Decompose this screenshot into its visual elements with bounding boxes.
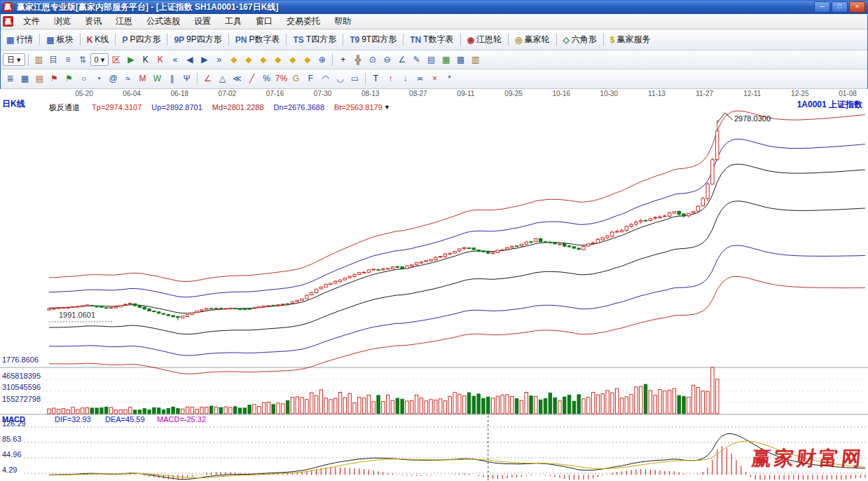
last-bar-icon[interactable]: » [212, 53, 226, 67]
kline-button[interactable]: KK线 [83, 32, 113, 47]
gann-nav-up-icon[interactable]: ◆ [256, 53, 270, 67]
low-price-marker: 1991.0601 [59, 311, 95, 319]
sort-icon[interactable]: ⇅ [76, 53, 90, 67]
macd-dea-value: DEA=45.59 [105, 415, 145, 424]
hexagon-button[interactable]: ◇六角形 [560, 32, 600, 47]
gann-nav-right-icon[interactable]: ◆ [241, 53, 256, 67]
text-tool-icon[interactable]: T [368, 72, 383, 86]
menu-item-6[interactable]: 设置 [187, 14, 218, 29]
price-grid-icon[interactable]: ▤ [32, 72, 47, 86]
svg-text:11-27: 11-27 [696, 90, 713, 97]
gann-nav-shrink-icon[interactable]: ◆ [300, 53, 315, 67]
chart-window-2-icon[interactable]: ▦ [439, 53, 453, 67]
layers-icon[interactable]: ≣ [3, 72, 18, 86]
pitchfork-icon[interactable]: Ψ [179, 72, 194, 86]
flag-icon[interactable]: ⚑ [47, 72, 62, 86]
tool-settings-icon[interactable]: * [442, 72, 457, 86]
p-square-button[interactable]: PP四方形 [118, 32, 164, 47]
fib-time-icon[interactable]: F [303, 72, 318, 86]
region-icon[interactable]: 区 [109, 53, 123, 67]
menu-item-3[interactable]: 资讯 [78, 14, 109, 29]
winner-service-button[interactable]: $赢家服务 [607, 32, 654, 47]
sectors-button[interactable]: ▩板块 [43, 32, 76, 47]
edit-icon[interactable]: ✎ [409, 53, 424, 67]
close-button[interactable]: × [849, 1, 865, 13]
arrow-up-icon[interactable]: ↑ [383, 72, 398, 86]
9t-square-button[interactable]: T99T四方形 [346, 32, 400, 47]
svg-text:05-20: 05-20 [75, 90, 93, 97]
m-pattern-icon[interactable]: M [135, 72, 150, 86]
chart-area[interactable]: 05-2006-0406-1807-0207-1607-3008-1308-27… [0, 89, 868, 481]
kline-style-black-icon[interactable]: K [138, 53, 153, 67]
gann-angle-icon[interactable]: △ [215, 72, 230, 86]
prev-bar-icon[interactable]: ◀ [182, 53, 197, 67]
next-bar-icon[interactable]: ▶ [197, 53, 212, 67]
box-tool-icon[interactable]: ▭ [347, 72, 362, 86]
maximize-button[interactable]: □ [832, 1, 848, 13]
menu-item-8[interactable]: 窗口 [249, 14, 280, 29]
first-bar-icon[interactable]: « [167, 53, 182, 67]
semicircle-icon[interactable]: ◡ [333, 72, 347, 86]
angle-icon[interactable]: ∠ [200, 72, 215, 86]
cycle-tool-icon[interactable]: ◔ [91, 72, 106, 86]
menu-item-9[interactable]: 交易委托 [280, 14, 327, 29]
play-icon[interactable]: ▶ [123, 53, 138, 67]
feature-label: 赢家轮 [525, 34, 550, 46]
channel-icon[interactable]: ∥ [165, 72, 179, 86]
fan-lines-icon[interactable]: ≪ [230, 72, 244, 86]
target-icon[interactable]: ⊕ [315, 53, 329, 67]
gann-nav-down-icon[interactable]: ◆ [270, 53, 285, 67]
zoom-out-icon[interactable]: ⊖ [380, 53, 394, 67]
gann-nav-left-icon[interactable]: ◆ [226, 53, 241, 67]
kline-style-red-icon[interactable]: K [153, 53, 167, 67]
t-number-table-button[interactable]: TNT数字表 [406, 32, 457, 47]
delete-tool-icon[interactable]: × [427, 72, 442, 86]
grid-icon[interactable]: ▦ [18, 72, 32, 86]
menu-item-1[interactable]: 文件 [16, 14, 47, 29]
chart-window-1-icon[interactable]: ▤ [424, 53, 439, 67]
move-hand-icon[interactable]: ╬ [350, 53, 365, 67]
menu-item-2[interactable]: 浏览 [47, 14, 78, 29]
measure-icon[interactable]: ∠ [394, 53, 409, 67]
quotes-button[interactable]: ▦行情 [3, 32, 36, 47]
menu-item-7[interactable]: 工具 [218, 14, 249, 29]
zoom-in-icon[interactable]: ⊙ [365, 53, 380, 67]
golden-ratio-icon[interactable]: G [289, 72, 303, 86]
winner-wheel-button[interactable]: ◎赢家轮 [511, 32, 553, 47]
feature-label: 六角形 [572, 34, 597, 46]
detail-view-icon[interactable]: 目 [46, 53, 61, 67]
ruler-icon[interactable]: ≍ [413, 72, 427, 86]
p-number-table-button[interactable]: PNP数字表 [232, 32, 284, 47]
wave-icon[interactable]: ≈ [120, 72, 135, 86]
gann-wheel-button[interactable]: ◉江恩轮 [464, 32, 505, 47]
spiral-icon[interactable]: @ [106, 72, 120, 86]
gann-nav-expand-icon[interactable]: ◆ [285, 53, 300, 67]
circle-tool-icon[interactable]: ○ [76, 72, 91, 86]
crosshair-icon[interactable]: + [336, 53, 350, 67]
list-view-icon[interactable]: ≡ [61, 53, 76, 67]
t-square-button[interactable]: TST四方形 [289, 32, 340, 47]
w-pattern-icon[interactable]: W [150, 72, 165, 86]
period-day-selector[interactable]: 日 ▾ [3, 53, 25, 66]
p-square-icon: P [122, 35, 128, 45]
9p-square-button[interactable]: 9P9P四方形 [170, 32, 225, 47]
arc-tool-icon[interactable]: ◠ [318, 72, 333, 86]
chart-window-3-icon[interactable]: ▩ [453, 53, 468, 67]
channel-value: Up=2892.8701 [151, 103, 202, 111]
volume-axis-label: 310545596 [2, 383, 41, 391]
speed-line-icon[interactable]: ╱ [244, 72, 259, 86]
percent-zone-icon[interactable]: 7% [274, 72, 289, 86]
stock-info-icon[interactable]: ▥ [32, 53, 46, 67]
titlebar[interactable]: 赢 赢家江恩专业版[赢家内部服务平台] - [上证指数 SH1A0001-167… [0, 0, 868, 14]
menu-item-5[interactable]: 公式选股 [139, 14, 187, 29]
arrow-down-icon[interactable]: ↓ [398, 72, 413, 86]
overlay-count-selector[interactable]: 0 ▾ [90, 53, 109, 66]
channel-line [49, 201, 865, 334]
stats-icon[interactable]: ▥ [468, 53, 483, 67]
menu-item-10[interactable]: 帮助 [327, 14, 358, 29]
winner-wheel-icon: ◎ [515, 35, 522, 45]
minimize-button[interactable]: ─ [814, 1, 830, 13]
banner-icon[interactable]: ⚑ [62, 72, 76, 86]
menu-item-4[interactable]: 江恩 [109, 14, 139, 29]
percent-line-icon[interactable]: % [259, 72, 274, 86]
